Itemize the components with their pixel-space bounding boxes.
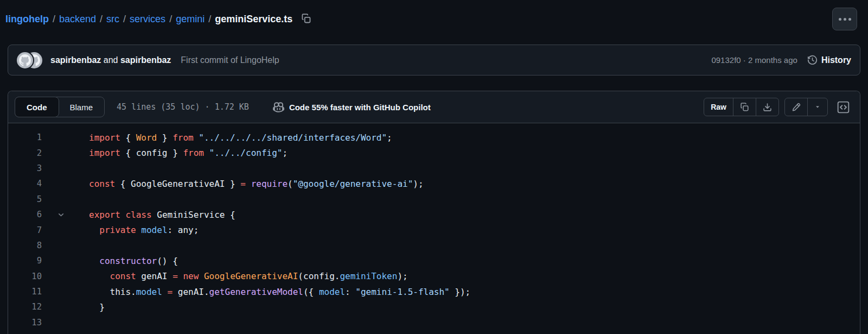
commit-author-link[interactable]: sapirbenbaz bbox=[50, 55, 101, 65]
breadcrumb-link-src[interactable]: src bbox=[106, 14, 119, 24]
file-toolbar: Code Blame 45 lines (35 loc) · 1.72 KB C… bbox=[8, 91, 860, 123]
code-text: this.model = genAI.getGenerativeModel({ … bbox=[89, 287, 470, 297]
copilot-icon bbox=[273, 102, 284, 113]
code-viewer: 1import { Word } from "../../../../share… bbox=[8, 123, 860, 334]
line-number[interactable]: 3 bbox=[8, 163, 42, 173]
line-number[interactable]: 12 bbox=[8, 302, 42, 312]
line-number[interactable]: 6 bbox=[8, 210, 42, 219]
code-text: const { GoogleGenerativeAI } = require("… bbox=[89, 179, 424, 189]
line-number[interactable]: 11 bbox=[8, 287, 42, 297]
breadcrumb-separator: / bbox=[165, 14, 176, 24]
code-blame-switch: Code Blame bbox=[15, 97, 105, 117]
code-line: 12 } bbox=[8, 299, 860, 314]
line-number[interactable]: 8 bbox=[8, 241, 42, 250]
line-number[interactable]: 13 bbox=[8, 318, 42, 327]
commit-message-link[interactable]: First commit of LingoHelp bbox=[181, 55, 279, 65]
code-line: 6export class GeminiService { bbox=[8, 207, 860, 222]
history-button[interactable]: History bbox=[807, 55, 851, 65]
history-icon bbox=[807, 55, 818, 65]
copilot-banner-text: Code 55% faster with GitHub Copilot bbox=[289, 103, 431, 112]
symbols-panel-button[interactable] bbox=[833, 98, 853, 116]
code-text: const genAI = new GoogleGenerativeAI(con… bbox=[89, 271, 408, 281]
line-number[interactable]: 2 bbox=[8, 148, 42, 158]
breadcrumb-link-backend[interactable]: backend bbox=[59, 14, 96, 24]
line-number[interactable]: 7 bbox=[8, 225, 42, 235]
copy-path-button[interactable] bbox=[300, 12, 312, 25]
pencil-icon bbox=[792, 103, 801, 112]
line-number[interactable]: 10 bbox=[8, 272, 42, 281]
code-line: 7 private model: any; bbox=[8, 222, 860, 237]
line-number[interactable]: 9 bbox=[8, 256, 42, 266]
code-text: import { config } from "../../config"; bbox=[89, 148, 288, 158]
breadcrumb-separator: / bbox=[49, 14, 59, 24]
copy-icon bbox=[740, 103, 749, 112]
code-line: 13 bbox=[8, 315, 860, 330]
breadcrumb-separator: / bbox=[119, 14, 130, 24]
commit-authors: sapirbenbaz and sapirbenbaz bbox=[50, 55, 171, 65]
code-line: 9 constructor() { bbox=[8, 253, 860, 268]
line-number[interactable]: 5 bbox=[8, 194, 42, 204]
copy-icon bbox=[301, 14, 311, 24]
breadcrumb-link-services[interactable]: services bbox=[130, 14, 165, 24]
code-line: 3 bbox=[8, 161, 860, 176]
file-meta: 45 lines (35 loc) · 1.72 KB bbox=[117, 102, 249, 112]
top-bar: lingohelp/backend/src/services/gemini/ge… bbox=[0, 0, 868, 38]
commit-author-link[interactable]: sapirbenbaz bbox=[120, 55, 171, 65]
download-button[interactable] bbox=[756, 98, 778, 116]
tab-blame[interactable]: Blame bbox=[59, 97, 105, 117]
code-line: 5 bbox=[8, 192, 860, 207]
edit-button[interactable] bbox=[785, 98, 807, 116]
raw-actions-group: Raw bbox=[704, 98, 779, 116]
caret-down-icon bbox=[814, 104, 821, 110]
commit-avatars[interactable] bbox=[17, 52, 43, 68]
code-line: 11 this.model = genAI.getGenerativeModel… bbox=[8, 284, 860, 299]
breadcrumb-link-gemini[interactable]: gemini bbox=[176, 14, 205, 24]
code-line: 8 bbox=[8, 238, 860, 253]
code-line: 2import { config } from "../../config"; bbox=[8, 145, 860, 160]
chevron-down-icon[interactable] bbox=[57, 211, 65, 219]
breadcrumb-link-lingohelp[interactable]: lingohelp bbox=[5, 14, 49, 24]
latest-commit-bar: sapirbenbaz and sapirbenbaz First commit… bbox=[8, 45, 860, 75]
github-avatar-icon bbox=[17, 52, 33, 68]
code-text: import { Word } from "../../../../shared… bbox=[89, 133, 392, 143]
tab-code[interactable]: Code bbox=[15, 97, 59, 117]
breadcrumb-current-file: geminiService.ts bbox=[215, 14, 292, 24]
breadcrumb-separator: / bbox=[205, 14, 215, 24]
line-number[interactable]: 4 bbox=[8, 179, 42, 188]
raw-button[interactable]: Raw bbox=[704, 98, 733, 116]
file-view-panel: Code Blame 45 lines (35 loc) · 1.72 KB C… bbox=[8, 91, 860, 334]
line-number[interactable]: 1 bbox=[8, 133, 42, 142]
breadcrumb: lingohelp/backend/src/services/gemini/ge… bbox=[5, 12, 312, 26]
code-line: 10 const genAI = new GoogleGenerativeAI(… bbox=[8, 269, 860, 284]
download-icon bbox=[763, 103, 772, 112]
code-text: export class GeminiService { bbox=[89, 210, 235, 220]
code-text: constructor() { bbox=[89, 256, 178, 266]
kebab-icon bbox=[839, 18, 841, 21]
breadcrumb-separator: / bbox=[96, 14, 106, 24]
code-line: 4const { GoogleGenerativeAI } = require(… bbox=[8, 176, 860, 191]
code-text: } bbox=[89, 302, 105, 312]
code-symbols-icon bbox=[837, 100, 850, 114]
copilot-banner[interactable]: Code 55% faster with GitHub Copilot bbox=[273, 102, 431, 113]
code-text: private model: any; bbox=[89, 225, 199, 235]
more-options-button[interactable] bbox=[832, 8, 857, 30]
edit-actions-group bbox=[784, 98, 828, 116]
code-line: 1import { Word } from "../../../../share… bbox=[8, 130, 860, 145]
edit-dropdown-button[interactable] bbox=[807, 98, 827, 116]
fold-toggle[interactable] bbox=[42, 211, 89, 219]
commit-sha-and-time[interactable]: 09132f0 · 2 months ago bbox=[711, 55, 797, 65]
copy-file-button[interactable] bbox=[733, 98, 756, 116]
